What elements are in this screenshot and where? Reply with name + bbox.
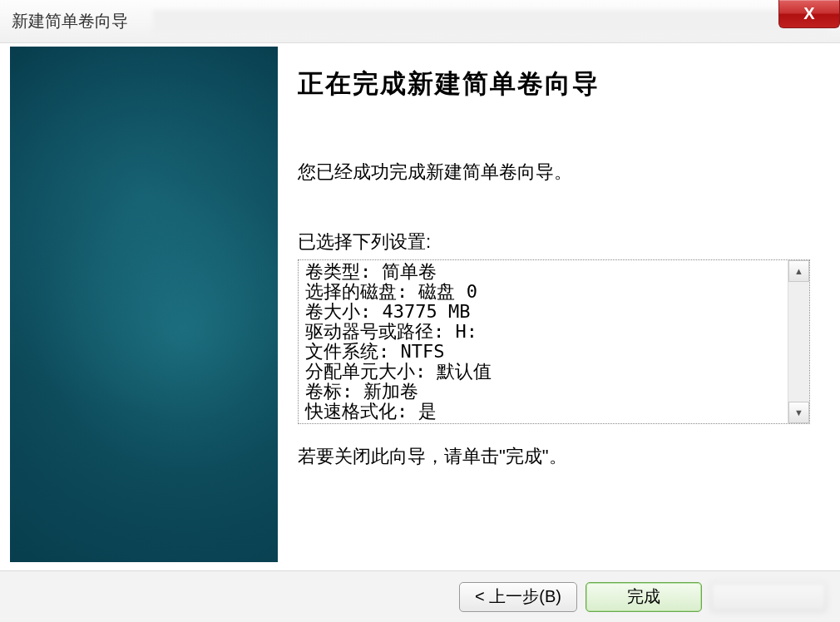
wizard-closing-text: 若要关闭此向导，请单击"完成"。	[298, 444, 810, 469]
titlebar: 新建简单卷向导 X	[0, 0, 840, 43]
wizard-main-panel: 正在完成新建简单卷向导 您已经成功完成新建简单卷向导。 已选择下列设置: 卷类型…	[278, 47, 830, 562]
wizard-intro-text: 您已经成功完成新建简单卷向导。	[298, 160, 810, 185]
close-button[interactable]: X	[778, 0, 840, 28]
settings-label: 已选择下列设置:	[298, 230, 810, 254]
content-area: 正在完成新建简单卷向导 您已经成功完成新建简单卷向导。 已选择下列设置: 卷类型…	[10, 47, 830, 562]
back-button[interactable]: < 上一步(B)	[459, 582, 577, 612]
window-title: 新建简单卷向导	[12, 10, 128, 32]
scroll-track[interactable]	[788, 282, 809, 402]
titlebar-filler	[153, 10, 828, 33]
settings-list[interactable]: 卷类型: 简单卷 选择的磁盘: 磁盘 0 卷大小: 43775 MB 驱动器号或…	[299, 260, 788, 423]
finish-button[interactable]: 完成	[586, 582, 702, 612]
wizard-heading: 正在完成新建简单卷向导	[298, 67, 810, 101]
chevron-down-icon: ▼	[794, 407, 803, 417]
scroll-down-button[interactable]: ▼	[788, 402, 809, 423]
wizard-side-graphic	[10, 47, 278, 562]
settings-scrollbar[interactable]: ▲ ▼	[788, 260, 809, 423]
scroll-up-button[interactable]: ▲	[788, 260, 809, 282]
close-icon: X	[803, 4, 814, 23]
wizard-window: 新建简单卷向导 X 正在完成新建简单卷向导 您已经成功完成新建简单卷向导。 已选…	[0, 0, 840, 622]
settings-summary-box: 卷类型: 简单卷 选择的磁盘: 磁盘 0 卷大小: 43775 MB 驱动器号或…	[298, 259, 810, 424]
chevron-up-icon: ▲	[794, 266, 803, 276]
cancel-button[interactable]	[710, 582, 827, 612]
button-bar: < 上一步(B) 完成	[0, 570, 840, 622]
